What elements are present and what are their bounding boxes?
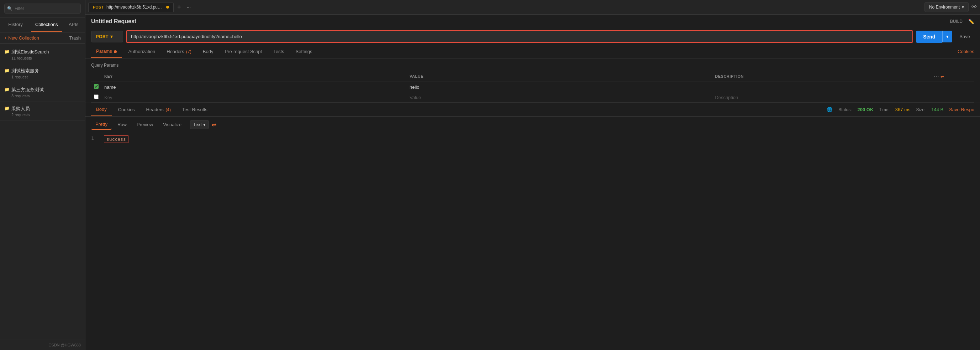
tab-body[interactable]: Body [198, 45, 218, 58]
empty-param-checkbox[interactable] [94, 94, 99, 99]
actions-col-header: ⋯ ⇌ [931, 70, 974, 82]
sidebar-tabs: History Collections APIs [0, 18, 85, 32]
tab-params[interactable]: Params [91, 45, 122, 58]
tab-tests[interactable]: Tests [268, 45, 289, 58]
method-selector[interactable]: POST ▾ [91, 30, 123, 42]
folder-icon: 📁 [4, 49, 10, 54]
empty-key-input[interactable] [104, 95, 404, 100]
env-eye-button[interactable]: 👁 [972, 4, 977, 10]
chevron-down-icon: ▾ [962, 5, 964, 10]
folder-icon: 📁 [4, 106, 10, 111]
top-bar: POST http://mvaophzk6b.51xd.pub/... + ··… [85, 0, 980, 14]
time-label: Time: [879, 107, 889, 112]
value-cell [407, 82, 712, 92]
sidebar-tab-history[interactable]: History [0, 18, 31, 32]
params-dot [114, 50, 117, 53]
key-input[interactable] [104, 85, 404, 90]
tab-headers[interactable]: Headers (7) [162, 45, 196, 58]
collections-list: 📁 测试ElasticSearch 11 requests 📁 测试检索服务 1… [0, 44, 85, 340]
request-tab-active[interactable]: POST http://mvaophzk6b.51xd.pub/... [88, 2, 173, 12]
line-number: 1 [91, 136, 98, 143]
response-tabs-bar: Body Cookies Headers (4) Test Results 🌐 … [85, 103, 980, 117]
resp-tab-cookies[interactable]: Cookies [113, 103, 140, 116]
param-checkbox[interactable] [94, 84, 99, 89]
request-tabs: Params Authorization Headers (7) Body Pr… [85, 45, 980, 58]
status-value: 200 OK [857, 107, 873, 112]
add-tab-button[interactable]: + [175, 3, 183, 12]
params-table: KEY VALUE DESCRIPTION ⋯ ⇌ [91, 70, 974, 103]
checkbox-col-header [91, 70, 102, 82]
globe-button[interactable]: 🌐 [827, 107, 833, 112]
response-body-toolbar: Pretty Raw Preview Visualize Text ▾ ⇌ [85, 117, 980, 133]
more-tabs-button[interactable]: ··· [185, 3, 193, 11]
url-bar: POST ▾ Send ▾ Save [85, 28, 980, 45]
tab-method-label: POST [93, 5, 103, 9]
description-column-header: DESCRIPTION [712, 70, 931, 82]
cookies-button[interactable]: Cookies [958, 49, 974, 54]
build-button[interactable]: BUILD [950, 19, 963, 24]
description-input[interactable] [715, 85, 928, 90]
resp-format-visualize[interactable]: Visualize [159, 120, 186, 129]
empty-key-cell [102, 92, 407, 103]
empty-value-input[interactable] [410, 95, 709, 100]
empty-value-cell [407, 92, 712, 103]
resp-tab-test-results[interactable]: Test Results [177, 103, 212, 116]
tab-settings[interactable]: Settings [291, 45, 317, 58]
chevron-down-icon: ▾ [203, 122, 206, 127]
edit-icon-button[interactable]: ✏️ [968, 19, 974, 24]
resp-tab-body[interactable]: Body [91, 103, 112, 116]
description-cell [712, 82, 931, 92]
top-bar-right: No Environment ▾ 👁 [924, 2, 977, 12]
sidebar-search-area: 🔍 [0, 0, 85, 18]
time-value: 367 ms [895, 107, 911, 112]
more-actions-button[interactable]: ⋯ [933, 73, 939, 80]
list-item[interactable]: 📁 采购人员 2 requests [0, 102, 85, 121]
query-params-title: Query Params [91, 63, 974, 68]
size-label: Size: [916, 107, 926, 112]
resp-tab-headers[interactable]: Headers (4) [141, 103, 176, 116]
sidebar-footer: CSDN @HGW688 [0, 340, 85, 350]
environment-selector[interactable]: No Environment ▾ [924, 2, 969, 12]
table-row [91, 82, 974, 92]
response-type-selector[interactable]: Text ▾ [190, 120, 209, 129]
empty-description-input[interactable] [715, 95, 928, 100]
save-button[interactable]: Save [955, 30, 974, 42]
new-collection-button[interactable]: + New Collection [4, 35, 39, 41]
tab-url-label: http://mvaophzk6b.51xd.pub/... [107, 5, 163, 10]
empty-description-cell [712, 92, 931, 103]
wrap-lines-button[interactable]: ⇌ [212, 121, 216, 128]
resp-format-preview[interactable]: Preview [132, 120, 157, 129]
table-row-empty [91, 92, 974, 103]
trash-button[interactable]: Trash [69, 35, 81, 41]
resp-format-pretty[interactable]: Pretty [91, 120, 112, 130]
search-icon: 🔍 [7, 6, 13, 11]
bulk-edit-button[interactable]: ⇌ [940, 74, 944, 79]
status-label: Status: [838, 107, 851, 112]
filter-input[interactable] [4, 3, 81, 14]
url-input-wrapper [126, 30, 913, 43]
list-item[interactable]: 📁 测试ElasticSearch 11 requests [0, 45, 85, 64]
send-button[interactable]: Send [916, 30, 942, 43]
unsaved-dot [166, 6, 169, 8]
url-input[interactable] [127, 31, 912, 42]
list-item[interactable]: 📁 第三方服务测试 3 requests [0, 83, 85, 102]
method-value: POST [96, 34, 108, 39]
send-dropdown-button[interactable]: ▾ [942, 30, 952, 42]
value-input[interactable] [410, 85, 709, 90]
actions-cell [931, 82, 974, 92]
empty-actions-cell [931, 92, 974, 103]
list-item[interactable]: 📁 测试检索服务 1 request [0, 64, 85, 83]
sidebar: 🔍 History Collections APIs + New Collect… [0, 0, 85, 350]
params-section: Query Params KEY VALUE DESCRIPTION ⋯ ⇌ [85, 58, 980, 103]
tab-authorization[interactable]: Authorization [123, 45, 160, 58]
save-response-button[interactable]: Save Respo [949, 107, 974, 112]
folder-icon: 📁 [4, 68, 10, 73]
sidebar-tab-apis[interactable]: APIs [62, 18, 85, 32]
tab-pre-request-script[interactable]: Pre-request Script [220, 45, 267, 58]
sidebar-tab-collections[interactable]: Collections [31, 18, 62, 32]
response-status-bar: 🌐 Status: 200 OK Time: 367 ms Size: 144 … [827, 107, 974, 112]
response-value: success [104, 136, 129, 143]
main-area: POST http://mvaophzk6b.51xd.pub/... + ··… [85, 0, 980, 350]
request-title-bar: Untitled Request BUILD ✏️ [85, 14, 980, 28]
resp-format-raw[interactable]: Raw [113, 120, 131, 129]
